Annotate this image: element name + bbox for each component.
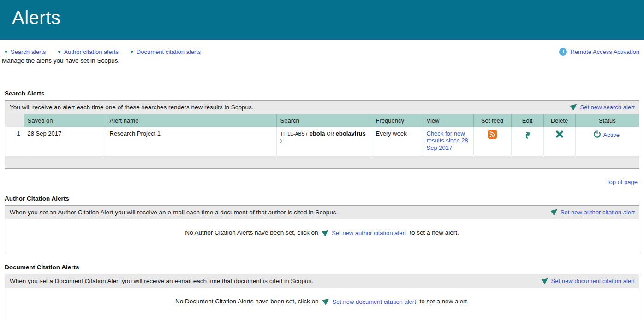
row-alert-name: Research Project 1	[106, 127, 276, 156]
author-alerts-info-text: When you set an Author Citation Alert yo…	[10, 209, 338, 216]
col-row-number	[5, 114, 24, 127]
row-saved-on: 28 Sep 2017	[24, 127, 106, 156]
rss-feed-icon[interactable]	[488, 130, 497, 140]
top-of-page-link[interactable]: Top of page	[606, 178, 638, 185]
col-status: Status	[575, 114, 639, 127]
table-header-row: Saved on Alert name Search Frequency Vie…	[5, 114, 639, 127]
search-alerts-heading: Search Alerts	[5, 90, 639, 97]
col-frequency: Frequency	[372, 114, 423, 127]
document-citation-alerts-heading: Document Citation Alerts	[5, 264, 639, 271]
chevron-down-icon: ▼	[57, 50, 62, 54]
alerts-main: Search Alerts You will receive an alert …	[0, 90, 644, 320]
manage-subtitle: Manage the alerts you have set in Scopus…	[2, 57, 644, 64]
col-saved-on: Saved on	[24, 114, 106, 127]
delete-x-icon[interactable]	[555, 130, 564, 140]
empty-prefix-text: No Document Citation Alerts have been se…	[175, 298, 319, 305]
author-alerts-empty-message: No Author Citation Alerts have been set,…	[5, 219, 639, 252]
search-alerts-info-bar: You will receive an alert each time one …	[5, 101, 639, 114]
page-title: Alerts	[0, 0, 644, 28]
set-new-arrow-icon	[541, 278, 549, 284]
nav-search-alerts[interactable]: ▼ Search alerts	[4, 48, 46, 55]
document-alerts-info-bar: When you set a Document Citation Alert y…	[5, 274, 639, 288]
remote-access-activation-link[interactable]: i Remote Access Activation	[559, 48, 639, 56]
search-field-code: TITLE-ABS (	[280, 131, 308, 136]
check-new-results-link[interactable]: Check for new results since 28 Sep 2017	[427, 130, 470, 151]
remote-access-label: Remote Access Activation	[570, 48, 639, 55]
row-view-cell: Check for new results since 28 Sep 2017	[423, 127, 473, 156]
set-new-author-citation-alert-inline-label: Set new author citation alert	[332, 230, 406, 237]
nav-label: Author citation alerts	[64, 48, 119, 55]
search-alerts-box: You will receive an alert each time one …	[5, 100, 639, 169]
col-view: View	[423, 114, 473, 127]
nav-author-citation-alerts[interactable]: ▼ Author citation alerts	[57, 48, 119, 55]
col-edit: Edit	[511, 114, 543, 127]
nav-label: Document citation alerts	[137, 48, 201, 55]
set-new-arrow-icon	[322, 230, 329, 237]
nav-label: Search alerts	[11, 48, 46, 55]
search-alerts-info-text: You will receive an alert each time one …	[10, 104, 254, 111]
edit-arrow-icon[interactable]	[522, 130, 532, 142]
alerts-page: Alerts ▼ Search alerts ▼ Author citation…	[0, 0, 644, 320]
set-new-author-citation-alert-link[interactable]: Set new author citation alert	[550, 209, 635, 216]
empty-prefix-text: No Author Citation Alerts have been set,…	[185, 229, 318, 236]
row-delete-cell	[543, 127, 575, 156]
document-alerts-empty-message: No Document Citation Alerts have been se…	[5, 288, 639, 320]
info-icon: i	[559, 48, 567, 56]
author-alerts-info-bar: When you set an Author Citation Alert yo…	[5, 206, 639, 219]
set-new-arrow-icon	[570, 104, 577, 111]
row-frequency: Every week	[372, 127, 423, 156]
alerts-nav: ▼ Search alerts ▼ Author citation alerts…	[4, 48, 639, 56]
row-search-expression: TITLE-ABS ( ebola OR ebolavirus )	[276, 127, 372, 156]
set-new-document-citation-alert-inline-link[interactable]: Set new document citation alert	[322, 298, 416, 305]
power-icon	[593, 130, 601, 139]
col-search: Search	[276, 114, 372, 127]
set-new-document-citation-alert-inline-label: Set new document citation alert	[332, 298, 416, 305]
set-new-search-alert-link[interactable]: Set new search alert	[570, 104, 635, 111]
table-row: 1 28 Sep 2017 Research Project 1 TITLE-A…	[5, 127, 639, 156]
document-citation-alerts-box: When you set a Document Citation Alert y…	[5, 274, 639, 320]
set-new-author-citation-alert-label: Set new author citation alert	[561, 209, 635, 216]
table-footer	[5, 156, 639, 168]
col-delete: Delete	[543, 114, 575, 127]
search-operator: OR	[327, 131, 334, 136]
col-alert-name: Alert name	[106, 114, 276, 127]
set-new-search-alert-label: Set new search alert	[580, 104, 635, 111]
page-header: Alerts	[0, 0, 644, 40]
table-footer-row	[5, 156, 639, 168]
row-set-feed-cell	[473, 127, 511, 156]
empty-suffix-text: to set a new alert.	[420, 298, 469, 305]
set-new-arrow-icon	[550, 209, 558, 216]
row-status-cell: Active	[575, 127, 639, 156]
set-new-author-citation-alert-inline-link[interactable]: Set new author citation alert	[322, 230, 406, 237]
chevron-down-icon: ▼	[4, 50, 8, 54]
set-new-document-citation-alert-link[interactable]: Set new document citation alert	[541, 278, 635, 284]
empty-suffix-text: to set a new alert.	[410, 229, 459, 236]
search-term: ebolavirus	[336, 130, 366, 137]
top-of-page-row: Top of page	[5, 178, 638, 185]
author-citation-alerts-box: When you set an Author Citation Alert yo…	[5, 205, 639, 252]
search-alerts-table: Saved on Alert name Search Frequency Vie…	[5, 114, 639, 168]
row-edit-cell	[511, 127, 543, 156]
search-close-paren: )	[280, 138, 282, 143]
search-term: ebola	[310, 130, 325, 137]
col-set-feed: Set feed	[473, 114, 511, 127]
set-new-arrow-icon	[322, 298, 329, 305]
status-badge: Active	[603, 131, 620, 138]
set-new-document-citation-alert-label: Set new document citation alert	[551, 278, 635, 284]
chevron-down-icon: ▼	[130, 50, 134, 54]
document-alerts-info-text: When you set a Document Citation Alert y…	[10, 278, 313, 284]
author-citation-alerts-heading: Author Citation Alerts	[5, 195, 639, 202]
nav-document-citation-alerts[interactable]: ▼ Document citation alerts	[130, 48, 201, 55]
status-active-link[interactable]: Active	[593, 130, 620, 139]
row-number: 1	[5, 127, 24, 156]
